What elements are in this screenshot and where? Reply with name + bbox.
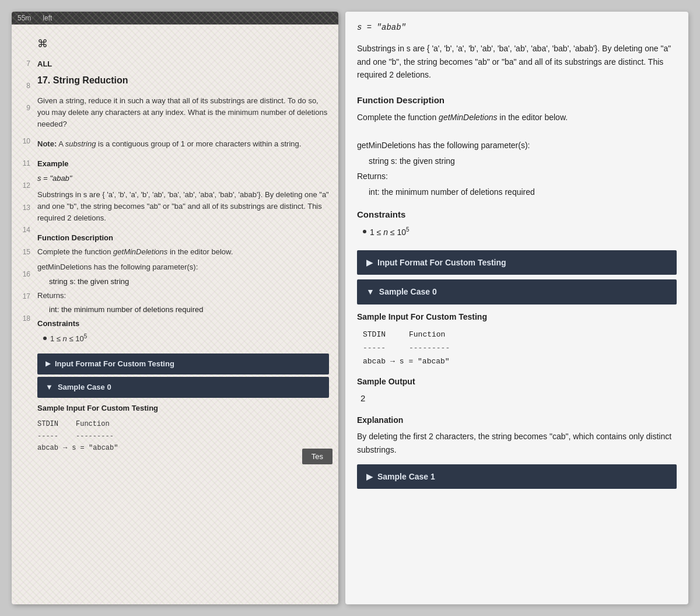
func-params: getMinDeletions has the following parame… bbox=[37, 261, 329, 273]
func-returns-label: Returns: bbox=[37, 290, 329, 302]
right-param-string: string s: the given string bbox=[357, 155, 677, 167]
func-param-string: string s: the given string bbox=[37, 276, 329, 288]
right-sample-case-bar[interactable]: ▼ Sample Case 0 bbox=[357, 279, 677, 304]
right-sample-case1-label: Sample Case 1 bbox=[377, 470, 435, 483]
func-desc-label: Function Description bbox=[37, 232, 329, 244]
right-func-desc-text: Complete the function getMinDeletions in… bbox=[357, 111, 677, 124]
data-stdin: abcab bbox=[37, 443, 58, 454]
line-num: 10 bbox=[12, 136, 30, 147]
function-dashes: --------- bbox=[76, 431, 114, 442]
right-stdin-dashes: ----- bbox=[363, 342, 386, 355]
right-constraints-label: Constraints bbox=[357, 208, 677, 222]
line-num: 16 bbox=[12, 269, 30, 280]
constraint-text: 1 ≤ n ≤ 105 bbox=[50, 332, 87, 345]
sample-case-label: Sample Case 0 bbox=[58, 382, 111, 393]
right-func-desc-label: Function Description bbox=[357, 93, 677, 107]
all-badge: ALL bbox=[37, 58, 52, 70]
line-num: 7 bbox=[12, 58, 30, 69]
sample-input-title: Sample Input For Custom Testing bbox=[37, 402, 329, 414]
right-input-format-label: Input Format For Custom Testing bbox=[377, 256, 506, 269]
line-num: 13 bbox=[12, 202, 30, 214]
test-button[interactable]: Tes bbox=[302, 449, 332, 464]
right-arrow-down-icon: ▼ bbox=[366, 285, 374, 298]
right-explanation-text: By deleting the first 2 characters, the … bbox=[357, 430, 677, 456]
right-function-dashes: --------- bbox=[409, 342, 450, 355]
timer: 55m bbox=[18, 14, 31, 22]
right-example-text: Substrings in s are { 'a', 'b', 'a', 'b'… bbox=[357, 42, 677, 81]
problem-description: Given a string, reduce it in such a way … bbox=[37, 95, 329, 130]
right-stdin-col: STDIN bbox=[363, 329, 386, 341]
right-arrow-right-icon2: ▶ bbox=[366, 470, 373, 483]
problem-note: Note: A substring is a contiguous group … bbox=[37, 138, 329, 150]
right-sample-case1-bar[interactable]: ▶ Sample Case 1 bbox=[357, 464, 677, 489]
right-data-stdin: abcab bbox=[363, 356, 386, 368]
direction-label: left bbox=[43, 14, 52, 22]
line-num: 9 bbox=[12, 103, 30, 114]
left-panel: 55m left 7 8 9 10 11 12 13 bbox=[12, 12, 338, 604]
example-label: Example bbox=[37, 158, 329, 170]
example-text: Substrings in s are { 'a', 'b', 'a', 'b'… bbox=[37, 189, 329, 224]
sample-table: STDIN Function ----- --------- abcab → s… bbox=[37, 419, 329, 454]
line-num: 14 bbox=[12, 225, 30, 236]
arrow-right-icon: ▶ bbox=[46, 359, 50, 369]
line-num: 8 bbox=[12, 80, 30, 92]
input-format-label: Input Format For Custom Testing bbox=[55, 358, 174, 370]
constraint-item: 1 ≤ n ≤ 105 bbox=[37, 332, 329, 345]
bullet-icon bbox=[43, 337, 47, 340]
right-returns-text: int: the minimum number of deletions req… bbox=[357, 186, 677, 198]
right-sample-table: STDIN Function ----- --------- abcab → s… bbox=[357, 329, 677, 368]
right-example-s: s = "abab" bbox=[357, 21, 677, 34]
input-format-bar[interactable]: ▶ Input Format For Custom Testing bbox=[37, 354, 329, 374]
right-explanation-title: Explanation bbox=[357, 414, 677, 426]
data-assign: s = "abcab" bbox=[72, 443, 118, 454]
right-returns-label: Returns: bbox=[357, 170, 677, 183]
right-sample-case-label: Sample Case 0 bbox=[379, 285, 437, 298]
data-arrow: → bbox=[63, 443, 67, 454]
line-num: 17 bbox=[12, 291, 30, 302]
right-sample-input-title: Sample Input For Custom Testing bbox=[357, 310, 677, 323]
right-data-arrow: → bbox=[390, 356, 395, 368]
right-constraints: Constraints 1 ≤ n ≤ 105 bbox=[357, 208, 677, 239]
note-label: Note: bbox=[37, 139, 57, 148]
bullet-icon bbox=[363, 230, 366, 233]
right-func-italic: getMinDeletions bbox=[439, 113, 497, 122]
example-s: s = "abab" bbox=[37, 173, 329, 184]
right-panel: s = "abab" Substrings in s are { 'a', 'b… bbox=[345, 12, 688, 604]
right-sample-output-val: 2 bbox=[357, 391, 677, 405]
arrow-down-icon: ▼ bbox=[46, 382, 53, 393]
right-input-format-bar[interactable]: ▶ Input Format For Custom Testing bbox=[357, 250, 677, 275]
func-returns-text: int: the minimum number of deletions req… bbox=[37, 304, 329, 316]
line-num bbox=[12, 114, 30, 125]
problem-content: ⌘ ALL 17. String Reduction Given a strin… bbox=[35, 30, 338, 463]
right-constraint-text: 1 ≤ n ≤ 105 bbox=[370, 225, 410, 239]
stdin-col: STDIN bbox=[37, 419, 58, 430]
note-text: A substring is a contiguous group of 1 o… bbox=[58, 139, 301, 148]
right-arrow-right-icon: ▶ bbox=[366, 256, 373, 269]
sample-case-bar[interactable]: ▼ Sample Case 0 bbox=[37, 377, 329, 398]
line-num: 15 bbox=[12, 247, 30, 258]
line-num: 12 bbox=[12, 180, 30, 191]
left-header: 55m left bbox=[12, 12, 338, 24]
function-col: Function bbox=[76, 419, 110, 430]
right-data-assign: s = "abcab" bbox=[400, 356, 450, 368]
func-name-italic: getMinDeletions bbox=[113, 247, 167, 256]
line-numbers: 7 8 9 10 11 12 13 14 15 16 bbox=[12, 30, 35, 463]
func-desc-text: Complete the function getMinDeletions in… bbox=[37, 246, 329, 258]
line-num: 18 bbox=[12, 313, 30, 324]
right-constraint-item: 1 ≤ n ≤ 105 bbox=[357, 225, 677, 239]
constraints-label: Constraints bbox=[37, 318, 329, 330]
right-sample-output-title: Sample Output bbox=[357, 375, 677, 388]
constraints-section: Constraints 1 ≤ n ≤ 105 bbox=[37, 318, 329, 345]
problem-title: 17. String Reduction bbox=[37, 74, 329, 88]
right-params-label: getMinDeletions has the following parame… bbox=[357, 139, 677, 152]
stdin-dashes: ----- bbox=[37, 431, 58, 442]
right-function-col: Function bbox=[409, 329, 445, 341]
command-icon: ⌘ bbox=[37, 36, 48, 52]
line-num: 11 bbox=[12, 158, 30, 169]
line-num bbox=[12, 36, 30, 47]
